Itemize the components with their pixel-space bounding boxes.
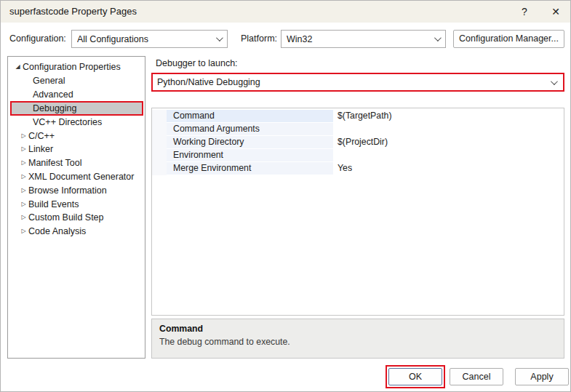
property-pages-dialog: superfastcode Property Pages ? ✕ Configu…: [0, 0, 571, 392]
tree-item-label: Linker: [28, 143, 53, 156]
tree-item-custom-build-step[interactable]: ▷ Custom Build Step: [8, 211, 145, 225]
tree-item-general[interactable]: General: [8, 74, 145, 88]
tree-collapsed-icon[interactable]: ▷: [19, 225, 28, 239]
tree-item-label: General: [33, 74, 65, 88]
property-row-command[interactable]: Command $(TargetPath): [152, 110, 564, 123]
tree-item-label: Manifest Tool: [28, 156, 81, 170]
tree-item-advanced[interactable]: Advanced: [8, 88, 145, 102]
platform-dropdown-value: Win32: [287, 34, 434, 44]
row-gutter: [152, 162, 167, 175]
property-value[interactable]: $(ProjectDir): [333, 136, 564, 149]
tree-item-label: Browse Information: [28, 184, 107, 198]
tree-item-label: Advanced: [33, 88, 73, 102]
property-value[interactable]: [333, 123, 564, 136]
property-name[interactable]: Command Arguments: [167, 123, 333, 136]
tree-collapsed-icon[interactable]: ▷: [19, 211, 28, 225]
tree-item-label: Build Events: [28, 198, 79, 212]
property-name[interactable]: Working Directory: [167, 136, 333, 149]
apply-button[interactable]: Apply: [515, 368, 569, 385]
tree-collapsed-icon[interactable]: ▷: [19, 198, 28, 212]
tree-collapsed-icon[interactable]: ▷: [19, 143, 28, 156]
configuration-manager-button[interactable]: Configuration Manager...: [453, 30, 564, 48]
debugger-to-launch-label: Debugger to launch:: [156, 58, 238, 68]
configuration-dropdown-value: All Configurations: [77, 34, 216, 44]
tree-item-label: XML Document Generator: [28, 170, 134, 184]
tree-item-xml-document-generator[interactable]: ▷ XML Document Generator: [8, 170, 145, 184]
property-value[interactable]: $(TargetPath): [333, 110, 564, 123]
ok-button-highlight: OK: [386, 365, 445, 388]
property-name[interactable]: Environment: [167, 149, 333, 162]
close-icon[interactable]: ✕: [545, 1, 567, 23]
tree-item-label: C/C++: [28, 129, 55, 143]
property-grid: Command $(TargetPath) Command Arguments …: [151, 108, 564, 316]
help-icon[interactable]: ?: [514, 1, 535, 23]
platform-dropdown[interactable]: Win32: [281, 30, 446, 48]
chevron-down-icon: [216, 34, 223, 41]
chevron-down-icon: [551, 78, 558, 85]
platform-label: Platform:: [241, 30, 277, 48]
property-row-command-arguments[interactable]: Command Arguments: [152, 123, 564, 136]
tree-item-configuration-properties[interactable]: ◢ Configuration Properties: [8, 60, 145, 74]
chevron-down-icon: [434, 34, 442, 41]
debugger-dropdown-value: Python/Native Debugging: [157, 77, 551, 87]
row-gutter: [152, 110, 167, 123]
property-name[interactable]: Command: [167, 110, 333, 123]
tree-item-label: Configuration Properties: [23, 60, 121, 74]
configuration-label: Configuration:: [9, 30, 66, 48]
property-row-working-directory[interactable]: Working Directory $(ProjectDir): [152, 136, 564, 149]
title-bar: superfastcode Property Pages ? ✕: [1, 1, 570, 23]
property-value[interactable]: Yes: [333, 162, 564, 175]
tree-item-vcpp-directories[interactable]: VC++ Directories: [8, 116, 145, 129]
property-description-panel: Command The debug command to execute.: [151, 319, 564, 359]
debugger-dropdown[interactable]: Python/Native Debugging: [151, 73, 564, 92]
property-row-merge-environment[interactable]: Merge Environment Yes: [152, 162, 564, 175]
tree-item-label: VC++ Directories: [33, 116, 102, 129]
configuration-dropdown[interactable]: All Configurations: [71, 30, 228, 48]
property-value[interactable]: [333, 149, 564, 162]
tree-item-label: Code Analysis: [28, 225, 86, 239]
window-title: superfastcode Property Pages: [9, 1, 137, 23]
tree-item-label: Custom Build Step: [28, 211, 104, 225]
tree-item-label: Debugging: [33, 103, 76, 114]
row-gutter: [152, 136, 167, 149]
tree-item-code-analysis[interactable]: ▷ Code Analysis: [8, 225, 145, 239]
property-tree: ◢ Configuration Properties General Advan…: [7, 56, 145, 359]
property-row-environment[interactable]: Environment: [152, 149, 564, 162]
tree-item-browse-information[interactable]: ▷ Browse Information: [8, 184, 145, 198]
ok-button[interactable]: OK: [388, 368, 442, 385]
tree-collapsed-icon[interactable]: ▷: [19, 129, 28, 143]
property-name[interactable]: Merge Environment: [167, 162, 333, 175]
tree-item-debugging[interactable]: Debugging: [10, 101, 143, 116]
tree-collapsed-icon[interactable]: ▷: [19, 170, 28, 184]
tree-item-linker[interactable]: ▷ Linker: [8, 143, 145, 156]
tree-expanded-icon[interactable]: ◢: [13, 60, 23, 74]
tree-item-c-cpp[interactable]: ▷ C/C++: [8, 129, 145, 143]
row-gutter: [152, 123, 167, 136]
tree-item-build-events[interactable]: ▷ Build Events: [8, 198, 145, 212]
description-title: Command: [159, 324, 556, 334]
cancel-button[interactable]: Cancel: [450, 368, 503, 385]
description-text: The debug command to execute.: [159, 337, 556, 347]
row-gutter: [152, 149, 167, 162]
tree-collapsed-icon[interactable]: ▷: [19, 156, 28, 170]
tree-collapsed-icon[interactable]: ▷: [19, 184, 28, 198]
tree-item-manifest-tool[interactable]: ▷ Manifest Tool: [8, 156, 145, 170]
